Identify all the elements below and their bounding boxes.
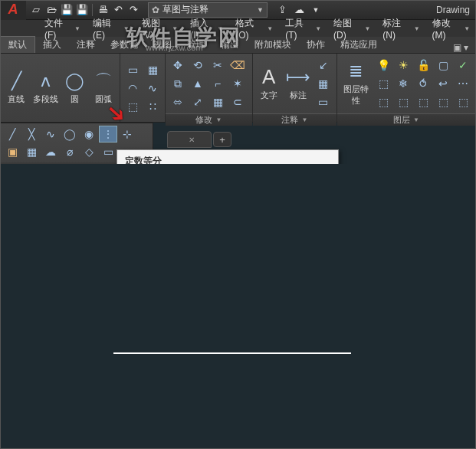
new-tab-button[interactable]: + <box>213 132 231 147</box>
region-icon[interactable]: ⬚ <box>123 98 142 115</box>
menu-modify[interactable]: 修改(M)▼ <box>426 20 476 37</box>
saveas-icon[interactable]: 💾 <box>75 3 89 17</box>
menu-dimension[interactable]: 标注(N)▼ <box>376 20 425 37</box>
explode-icon[interactable]: ✶ <box>228 75 247 92</box>
modify-label-text: 修改 <box>195 114 212 126</box>
panel-draw: ╱直线 ʌ多段线 ◯圆 ⌒圆弧 <box>0 54 120 122</box>
region2-icon[interactable]: ▣ <box>3 143 21 160</box>
close-icon[interactable]: ✕ <box>189 136 195 144</box>
line-button[interactable]: ╱直线 <box>3 70 29 105</box>
circle-button[interactable]: ◯圆 <box>61 70 87 105</box>
cloud-icon[interactable]: ▭ <box>314 93 333 110</box>
copy-icon[interactable]: ⧉ <box>169 75 187 92</box>
table-icon[interactable]: ▦ <box>314 75 333 92</box>
panel-annotation-label[interactable]: 注释▼ <box>253 113 336 126</box>
menu-insert[interactable]: 插入(I)▼ <box>184 20 229 37</box>
wipeout-icon[interactable]: ▦ <box>22 143 41 160</box>
autocad-logo-icon: A <box>8 2 18 18</box>
drawn-line-object[interactable] <box>113 352 351 354</box>
layer-more-icon[interactable]: ⋯ <box>454 75 472 92</box>
menu-tools[interactable]: 工具(T)▼ <box>279 20 327 37</box>
3dpoly-icon[interactable]: ◇ <box>80 143 98 160</box>
mirror-icon[interactable]: ▲ <box>189 75 207 92</box>
document-tab[interactable]: ✕ <box>167 131 212 148</box>
donut-icon[interactable]: ◉ <box>80 126 98 143</box>
undo-icon[interactable]: ↶ <box>111 3 125 17</box>
leader-icon[interactable]: ↙ <box>314 57 333 74</box>
measure-icon[interactable]: ⊹ <box>118 126 136 143</box>
tab-collab[interactable]: 协作 <box>299 36 333 53</box>
menu-edit[interactable]: 编辑(E)▼ <box>87 20 136 37</box>
fillet-icon[interactable]: ⌐ <box>208 75 227 92</box>
rotate-icon[interactable]: ⟲ <box>189 57 207 74</box>
polyline-button[interactable]: ʌ多段线 <box>32 70 58 105</box>
tab-insert[interactable]: 插入 <box>35 36 69 53</box>
ellipse2-icon[interactable]: ◯ <box>61 126 79 143</box>
layer-iso-icon[interactable]: ⬚ <box>374 75 392 92</box>
spline2-icon[interactable]: ∿ <box>41 126 60 143</box>
helix-icon[interactable]: ⌀ <box>61 143 79 160</box>
share-icon[interactable]: ⇪ <box>275 3 289 17</box>
layer-sun-icon[interactable]: ☀ <box>394 57 412 74</box>
layer-off-icon[interactable]: ⬚ <box>394 93 412 110</box>
boundary-icon[interactable]: ▭ <box>99 143 117 160</box>
offset-icon[interactable]: ⊂ <box>228 93 247 110</box>
tab-addin[interactable]: 附加模块 <box>247 36 299 53</box>
panel-layer-label[interactable]: 图层▼ <box>337 113 475 126</box>
rectangle-icon[interactable]: ▭ <box>123 61 142 78</box>
line-icon: ╱ <box>5 70 27 92</box>
menu-view[interactable]: 视图(V)▼ <box>136 20 185 37</box>
ribbon-expand-button[interactable]: ▣ ▾ <box>445 42 476 53</box>
line-small-icon[interactable]: ╱ <box>3 126 21 143</box>
layer-state-icon[interactable]: ⬚ <box>454 93 472 110</box>
tab-parametric[interactable]: 参数化 <box>103 36 146 53</box>
dimension-button[interactable]: ⟼标注 <box>285 67 311 101</box>
menu-file[interactable]: 文件(F)▼ <box>38 20 87 37</box>
array-icon[interactable]: ▦ <box>208 93 227 110</box>
open-icon[interactable]: 🗁 <box>44 3 58 17</box>
layer-lock-icon[interactable]: 🔓 <box>414 57 432 74</box>
hatch-icon[interactable]: ▦ <box>143 61 162 78</box>
layer-properties-button[interactable]: ≣图层特性 <box>340 61 371 107</box>
point-icon[interactable]: ∷ <box>143 98 162 115</box>
spline-icon[interactable]: ∿ <box>143 80 162 97</box>
erase-icon[interactable]: ⌫ <box>228 57 247 74</box>
revcloud-icon[interactable]: ☁ <box>41 143 60 160</box>
layer-color-icon[interactable]: ▢ <box>434 57 452 74</box>
tab-featured[interactable]: 精选应用 <box>333 36 385 53</box>
tab-annotate[interactable]: 注释 <box>69 36 103 53</box>
panel-modify-label[interactable]: 修改▼ <box>166 113 252 126</box>
layer-walk-icon[interactable]: ⬚ <box>374 93 392 110</box>
new-icon[interactable]: ▱ <box>29 3 43 17</box>
ellipse-icon[interactable]: ◠ <box>123 80 142 97</box>
divide-icon[interactable]: ⋮ <box>99 126 117 143</box>
save-icon[interactable]: 💾 <box>60 3 74 17</box>
text-button[interactable]: A文字 <box>256 67 282 101</box>
redo-icon[interactable]: ↷ <box>126 3 140 17</box>
menu-draw[interactable]: 绘图(D)▼ <box>327 20 376 37</box>
workspace-selector[interactable]: ✿ 草图与注释 ▼ <box>148 2 268 18</box>
layer-freeze-icon[interactable]: ❄ <box>394 75 412 92</box>
arc-button[interactable]: ⌒圆弧 <box>90 70 117 105</box>
dropdown-icon[interactable]: ▼ <box>309 3 323 17</box>
stretch-icon[interactable]: ⬄ <box>169 93 187 110</box>
layer-plot-icon[interactable]: ✓ <box>454 57 472 74</box>
app-menu-button[interactable]: A <box>0 0 26 20</box>
tab-output[interactable]: 输出 <box>213 36 247 53</box>
sync-icon[interactable]: ☁ <box>292 3 306 17</box>
trim-icon[interactable]: ✂ <box>208 57 227 74</box>
scale-icon[interactable]: ⤢ <box>189 93 207 110</box>
tab-manage[interactable]: 管理 <box>179 36 213 53</box>
layer-match-icon[interactable]: ⥀ <box>414 75 432 92</box>
layer-bulb-icon[interactable]: 💡 <box>374 57 392 74</box>
plot-icon[interactable]: 🖶 <box>96 3 110 17</box>
drawing-canvas[interactable] <box>0 164 476 449</box>
layer-on-icon[interactable]: ⬚ <box>414 93 432 110</box>
move-icon[interactable]: ✥ <box>169 57 187 74</box>
xline-icon[interactable]: ╳ <box>22 126 41 143</box>
layer-prev-icon[interactable]: ↩ <box>434 75 452 92</box>
layer-thaw-icon[interactable]: ⬚ <box>434 93 452 110</box>
tab-default[interactable]: 默认 <box>0 36 35 53</box>
menu-format[interactable]: 格式(O)▼ <box>229 20 279 37</box>
tab-view[interactable]: 视图 <box>146 36 179 53</box>
